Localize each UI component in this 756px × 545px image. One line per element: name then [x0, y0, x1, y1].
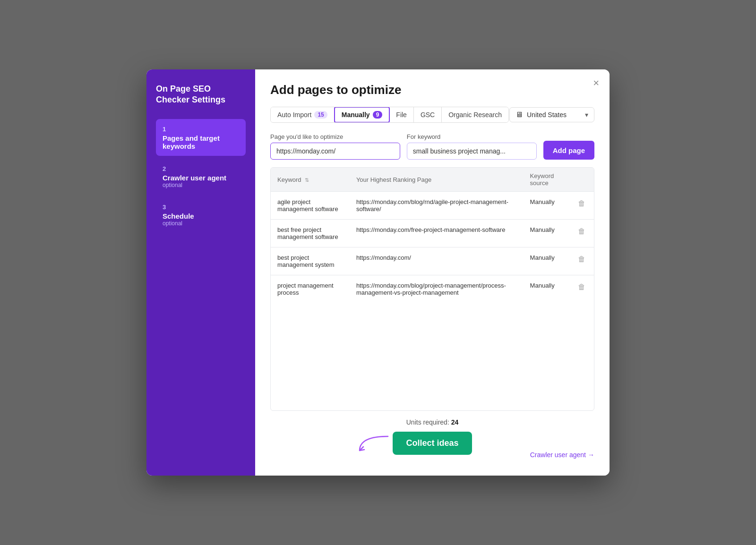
col-page: Your Highest Ranking Page [350, 168, 524, 192]
collect-ideas-label: Collect ideas [406, 438, 458, 448]
tabs-row: Auto Import 15 Manually 9 File GSC Organ… [270, 107, 594, 123]
tab-gsc-label: GSC [421, 111, 435, 119]
sidebar: On Page SEO Checker Settings 1 Pages and… [146, 69, 255, 476]
sidebar-item-number-2: 2 [163, 165, 166, 172]
country-select-label: United States [527, 111, 567, 119]
tab-file[interactable]: File [389, 107, 414, 122]
cell-source: Manually [524, 275, 569, 303]
sidebar-item-pages[interactable]: 1 Pages and target keywords [156, 119, 246, 156]
main-content: × Add pages to optimize Auto Import 15 M… [255, 69, 610, 476]
crawler-arrow-icon: → [588, 451, 594, 459]
sidebar-item-label-3: Schedule [163, 212, 239, 220]
cell-page: https://monday.com/blog/rnd/agile-projec… [350, 192, 524, 220]
table-row: project management process https://monda… [271, 275, 594, 303]
chevron-down-icon: ▾ [585, 111, 588, 119]
page-title: Add pages to optimize [270, 83, 594, 97]
cell-keyword: best project management system [271, 247, 350, 275]
keywords-table: Keyword ⇅ Your Highest Ranking Page Keyw… [271, 168, 594, 303]
units-value: 24 [451, 418, 459, 426]
sidebar-title: On Page SEO Checker Settings [156, 84, 246, 106]
keyword-input-group: For keyword [407, 133, 537, 160]
table-row: best project management system https://m… [271, 247, 594, 275]
col-source: Keyword source [524, 168, 569, 192]
bottom-area: Units required: 24 Collect ideas Crawler… [270, 418, 594, 464]
sidebar-item-number-1: 1 [163, 126, 166, 133]
keyword-label: For keyword [407, 133, 537, 140]
tab-gsc[interactable]: GSC [414, 107, 442, 122]
delete-row-button[interactable]: 🗑 [576, 254, 587, 264]
sidebar-item-label-2: Crawler user agent [163, 174, 239, 182]
table-row: agile project management software https:… [271, 192, 594, 220]
url-label: Page you'd like to optimize [270, 133, 400, 140]
tab-auto-import[interactable]: Auto Import 15 [271, 107, 335, 122]
sidebar-item-schedule[interactable]: 3 Schedule optional [156, 197, 246, 232]
country-select[interactable]: 🖥 United States ▾ [509, 107, 594, 122]
cell-keyword: project management process [271, 275, 350, 303]
table-header-row: Keyword ⇅ Your Highest Ranking Page Keyw… [271, 168, 594, 192]
cell-page: https://monday.com/free-project-manageme… [350, 220, 524, 247]
keywords-table-wrapper: Keyword ⇅ Your Highest Ranking Page Keyw… [270, 167, 594, 411]
units-label: Units required: [406, 418, 449, 426]
sidebar-item-label-1: Pages and target keywords [163, 134, 239, 150]
cell-delete: 🗑 [569, 275, 594, 303]
cell-page: https://monday.com/blog/project-manageme… [350, 275, 524, 303]
monitor-icon: 🖥 [515, 111, 523, 119]
tabs-group: Auto Import 15 Manually 9 File GSC Organ… [270, 107, 509, 123]
cell-delete: 🗑 [569, 192, 594, 220]
cell-delete: 🗑 [569, 220, 594, 247]
cell-keyword: agile project management software [271, 192, 350, 220]
tab-manually-label: Manually [342, 111, 370, 119]
tab-file-label: File [396, 111, 407, 119]
delete-row-button[interactable]: 🗑 [576, 226, 587, 237]
tab-manually[interactable]: Manually 9 [334, 107, 390, 123]
crawler-user-agent-link[interactable]: Crawler user agent → [530, 451, 594, 459]
sidebar-item-crawler[interactable]: 2 Crawler user agent optional [156, 159, 246, 194]
delete-row-button[interactable]: 🗑 [576, 198, 587, 209]
tab-auto-import-badge: 15 [314, 111, 327, 119]
table-row: best free project management software ht… [271, 220, 594, 247]
close-button[interactable]: × [593, 78, 599, 88]
tab-organic-research[interactable]: Organic Research [442, 107, 508, 122]
sort-icon: ⇅ [305, 177, 309, 183]
add-page-button[interactable]: Add page [543, 141, 594, 160]
delete-row-button[interactable]: 🗑 [576, 282, 587, 292]
cell-source: Manually [524, 220, 569, 247]
cell-source: Manually [524, 247, 569, 275]
cell-delete: 🗑 [569, 247, 594, 275]
tab-organic-research-label: Organic Research [448, 111, 502, 119]
col-keyword: Keyword ⇅ [271, 168, 350, 192]
crawler-link-label: Crawler user agent [530, 451, 586, 459]
collect-ideas-button[interactable]: Collect ideas [393, 432, 472, 455]
cell-page: https://monday.com/ [350, 247, 524, 275]
modal-wrapper: On Page SEO Checker Settings 1 Pages and… [146, 69, 610, 476]
arrow-annotation [350, 432, 397, 455]
sidebar-item-sublabel-3: optional [163, 220, 239, 227]
input-row: Page you'd like to optimize For keyword … [270, 133, 594, 160]
col-actions [569, 168, 594, 192]
cell-source: Manually [524, 192, 569, 220]
url-input-group: Page you'd like to optimize [270, 133, 400, 160]
sidebar-item-number-3: 3 [163, 204, 166, 211]
units-text: Units required: 24 [406, 418, 459, 426]
tab-auto-import-label: Auto Import [277, 111, 311, 119]
url-input[interactable] [270, 143, 400, 160]
bottom-center: Units required: 24 Collect ideas [270, 418, 594, 455]
cell-keyword: best free project management software [271, 220, 350, 247]
collect-area: Collect ideas [393, 432, 472, 455]
tab-manually-badge: 9 [373, 111, 383, 119]
keyword-input[interactable] [407, 143, 537, 160]
sidebar-item-sublabel-2: optional [163, 182, 239, 188]
